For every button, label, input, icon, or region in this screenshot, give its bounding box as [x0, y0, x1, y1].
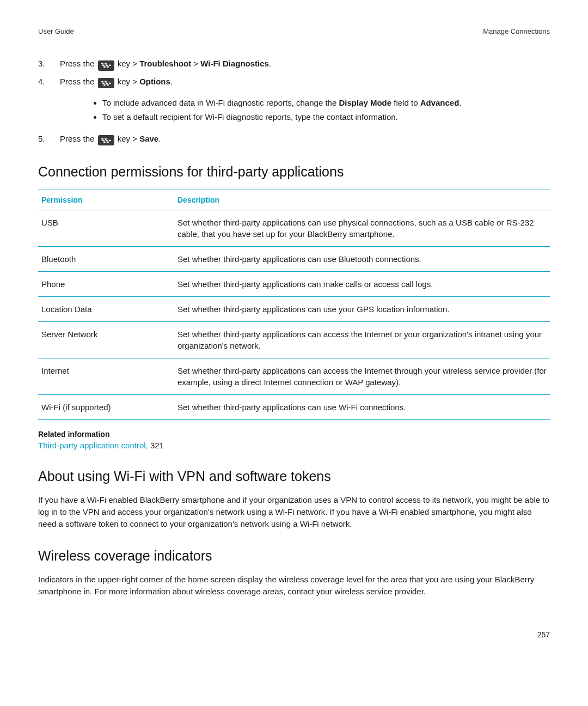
- body-paragraph: Indicators in the upper-right corner of …: [38, 574, 550, 598]
- svg-point-7: [101, 81, 103, 82]
- step-item: 3.Press the key > Troubleshoot > Wi-Fi D…: [38, 57, 550, 71]
- step-body: Press the key > Troubleshoot > Wi-Fi Dia…: [60, 57, 550, 71]
- table-row: PhoneSet whether third-party application…: [38, 272, 550, 297]
- step-list: 3.Press the key > Troubleshoot > Wi-Fi D…: [38, 57, 550, 145]
- svg-point-11: [109, 82, 111, 84]
- table-header-description: Description: [174, 190, 550, 210]
- section-heading: Connection permissions for third-party a…: [38, 164, 550, 180]
- related-link-text[interactable]: Third-party application control,: [38, 441, 148, 450]
- sub-bullet-list: To include advanced data in Wi-Fi diagno…: [93, 96, 550, 125]
- permission-name: Bluetooth: [38, 247, 174, 272]
- body-paragraph: If you have a Wi-Fi enabled BlackBerry s…: [38, 494, 550, 530]
- permissions-table: Permission Description USBSet whether th…: [38, 190, 550, 420]
- blackberry-key-icon: [98, 78, 114, 88]
- table-row: Server NetworkSet whether third-party ap…: [38, 322, 550, 358]
- running-header: User Guide Manage Connections: [38, 27, 550, 35]
- permission-name: USB: [38, 210, 174, 247]
- related-link[interactable]: Third-party application control, 321: [38, 441, 550, 450]
- permission-name: Location Data: [38, 297, 174, 322]
- bold-text: Troubleshoot: [139, 59, 191, 68]
- permission-description: Set whether third-party applications can…: [174, 322, 550, 358]
- svg-point-14: [101, 138, 103, 139]
- bold-text: Save: [139, 134, 158, 143]
- section-heading: About using Wi-Fi with VPN and software …: [38, 468, 550, 484]
- permission-name: Internet: [38, 358, 174, 395]
- permission-name: Phone: [38, 272, 174, 297]
- step-number: 4.: [38, 75, 60, 88]
- svg-point-4: [109, 65, 111, 66]
- blackberry-key-icon: [98, 60, 114, 71]
- related-link-page: 321: [148, 441, 164, 450]
- svg-point-1: [105, 63, 107, 65]
- step-item: 5.Press the key > Save.: [38, 132, 550, 146]
- svg-point-0: [101, 63, 103, 65]
- svg-point-10: [106, 82, 108, 84]
- svg-point-9: [102, 82, 105, 84]
- table-row: Location DataSet whether third-party app…: [38, 297, 550, 322]
- svg-point-8: [105, 81, 107, 82]
- bold-text: Display Mode: [339, 98, 391, 107]
- svg-point-19: [103, 141, 106, 143]
- table-row: InternetSet whether third-party applicat…: [38, 358, 550, 395]
- table-header-permission: Permission: [38, 190, 174, 210]
- permission-description: Set whether third-party applications can…: [174, 210, 550, 247]
- step-item: 4.Press the key > Options.: [38, 75, 550, 89]
- bold-text: Advanced: [420, 98, 460, 107]
- header-left: User Guide: [38, 27, 74, 35]
- blackberry-key-icon: [98, 135, 114, 145]
- bold-text: Wi-Fi Diagnostics: [200, 59, 269, 68]
- related-info-heading: Related information: [38, 430, 550, 439]
- step-body: Press the key > Options.: [60, 75, 550, 89]
- svg-point-2: [102, 65, 105, 66]
- svg-point-16: [102, 139, 105, 141]
- section-heading: Wireless coverage indicators: [38, 548, 550, 564]
- permission-name: Wi-Fi (if supported): [38, 395, 174, 420]
- svg-point-17: [106, 139, 108, 141]
- svg-point-18: [109, 139, 111, 141]
- permission-description: Set whether third-party applications can…: [174, 297, 550, 322]
- svg-point-6: [107, 66, 109, 68]
- sub-bullet-item: To include advanced data in Wi-Fi diagno…: [102, 96, 550, 110]
- svg-point-3: [106, 65, 108, 66]
- step-number: 3.: [38, 57, 60, 70]
- sub-bullet-item: To set a default recipient for Wi-Fi dia…: [102, 110, 550, 124]
- step-number: 5.: [38, 132, 60, 145]
- step-sub-container: To include advanced data in Wi-Fi diagno…: [38, 93, 550, 128]
- svg-point-20: [107, 141, 109, 143]
- table-row: BluetoothSet whether third-party applica…: [38, 247, 550, 272]
- page-number: 257: [38, 630, 550, 639]
- svg-point-12: [103, 84, 106, 86]
- header-right: Manage Connections: [483, 27, 550, 35]
- permission-description: Set whether third-party applications can…: [174, 247, 550, 272]
- bold-text: Options: [139, 77, 170, 86]
- svg-point-5: [103, 66, 106, 68]
- permission-description: Set whether third-party applications can…: [174, 395, 550, 420]
- permission-name: Server Network: [38, 322, 174, 358]
- permission-description: Set whether third-party applications can…: [174, 358, 550, 395]
- svg-point-13: [107, 84, 109, 86]
- svg-point-15: [105, 138, 107, 139]
- step-body: Press the key > Save.: [60, 132, 550, 146]
- document-page: User Guide Manage Connections 3.Press th…: [0, 0, 588, 661]
- table-row: USBSet whether third-party applications …: [38, 210, 550, 247]
- table-row: Wi-Fi (if supported)Set whether third-pa…: [38, 395, 550, 420]
- permission-description: Set whether third-party applications can…: [174, 272, 550, 297]
